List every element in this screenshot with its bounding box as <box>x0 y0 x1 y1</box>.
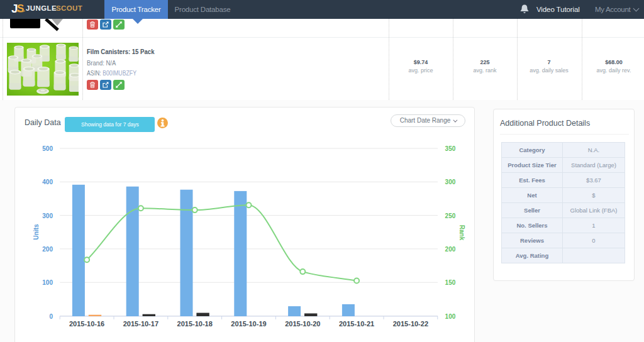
svg-text:2015-10-17: 2015-10-17 <box>123 320 158 328</box>
svg-text:350: 350 <box>445 145 456 152</box>
svg-text:Rank: Rank <box>458 225 465 241</box>
svg-text:250: 250 <box>445 212 456 219</box>
svg-text:2015-10-20: 2015-10-20 <box>285 320 320 328</box>
svg-text:200: 200 <box>42 246 53 253</box>
svg-text:300: 300 <box>42 212 53 219</box>
svg-text:0: 0 <box>49 313 53 320</box>
svg-text:2015-10-21: 2015-10-21 <box>339 320 374 328</box>
svg-text:100: 100 <box>445 313 456 320</box>
svg-text:2015-10-22: 2015-10-22 <box>393 320 428 328</box>
svg-text:Units: Units <box>33 224 40 240</box>
svg-text:2015-10-18: 2015-10-18 <box>177 320 213 328</box>
svg-text:2015-10-16: 2015-10-16 <box>69 320 104 328</box>
svg-text:400: 400 <box>42 179 53 185</box>
svg-text:300: 300 <box>445 179 456 185</box>
svg-text:150: 150 <box>445 279 456 286</box>
svg-text:100: 100 <box>42 279 53 286</box>
svg-text:200: 200 <box>445 246 456 253</box>
svg-text:2015-10-19: 2015-10-19 <box>231 320 266 328</box>
svg-text:500: 500 <box>42 145 53 152</box>
